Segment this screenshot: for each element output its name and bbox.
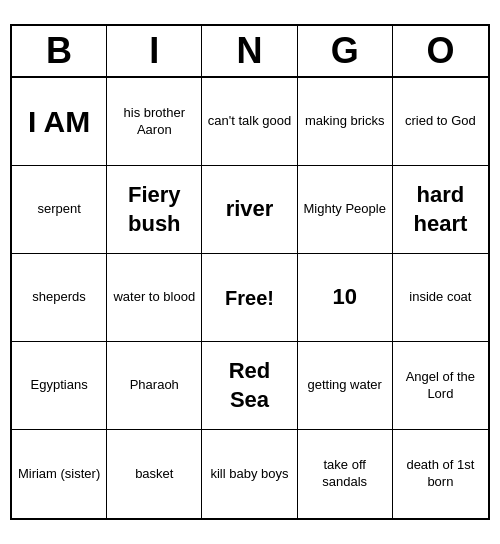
bingo-cell-0: I AM xyxy=(12,78,107,166)
bingo-cell-8: Mighty People xyxy=(298,166,393,254)
bingo-cell-4: cried to God xyxy=(393,78,488,166)
bingo-cell-15: Egyptians xyxy=(12,342,107,430)
bingo-cell-5: serpent xyxy=(12,166,107,254)
bingo-cell-13: 10 xyxy=(298,254,393,342)
bingo-card: BINGO I AMhis brother Aaroncan't talk go… xyxy=(10,24,490,520)
bingo-cell-7: river xyxy=(202,166,297,254)
bingo-cell-20: Miriam (sister) xyxy=(12,430,107,518)
bingo-cell-21: basket xyxy=(107,430,202,518)
header-letter-n: N xyxy=(202,26,297,78)
bingo-cell-16: Pharaoh xyxy=(107,342,202,430)
bingo-cell-10: sheperds xyxy=(12,254,107,342)
bingo-cell-11: water to blood xyxy=(107,254,202,342)
header-letter-i: I xyxy=(107,26,202,78)
bingo-cell-3: making bricks xyxy=(298,78,393,166)
bingo-cell-12: Free! xyxy=(202,254,297,342)
bingo-cell-17: Red Sea xyxy=(202,342,297,430)
bingo-cell-22: kill baby boys xyxy=(202,430,297,518)
bingo-grid: I AMhis brother Aaroncan't talk goodmaki… xyxy=(12,78,488,518)
header-letter-o: O xyxy=(393,26,488,78)
bingo-cell-14: inside coat xyxy=(393,254,488,342)
bingo-cell-2: can't talk good xyxy=(202,78,297,166)
bingo-cell-19: Angel of the Lord xyxy=(393,342,488,430)
header-letter-b: B xyxy=(12,26,107,78)
bingo-cell-6: Fiery bush xyxy=(107,166,202,254)
bingo-cell-24: death of 1st born xyxy=(393,430,488,518)
bingo-cell-18: getting water xyxy=(298,342,393,430)
bingo-cell-23: take off sandals xyxy=(298,430,393,518)
bingo-cell-9: hard heart xyxy=(393,166,488,254)
bingo-cell-1: his brother Aaron xyxy=(107,78,202,166)
header-letter-g: G xyxy=(298,26,393,78)
bingo-header: BINGO xyxy=(12,26,488,78)
